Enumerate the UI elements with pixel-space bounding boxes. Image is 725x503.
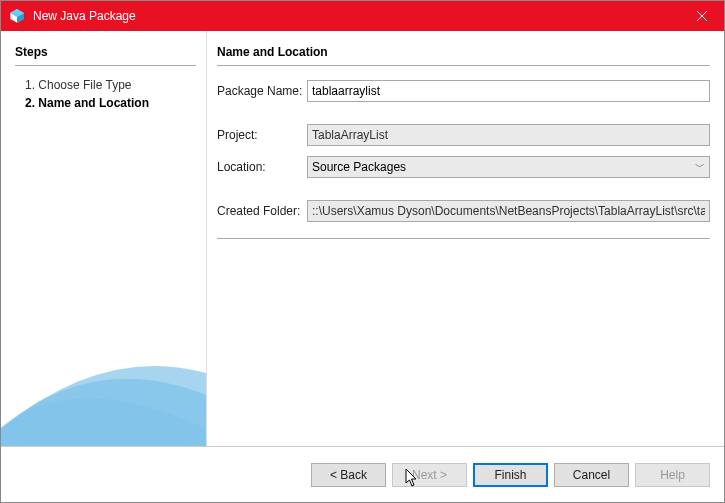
location-label: Location: <box>217 160 307 174</box>
chevron-down-icon: ﹀ <box>695 160 705 174</box>
back-button[interactable]: < Back <box>311 463 386 487</box>
finish-button[interactable]: Finish <box>473 463 548 487</box>
form-heading: Name and Location <box>217 45 710 59</box>
next-button: Next > <box>392 463 467 487</box>
wizard-background-art <box>1 296 206 446</box>
close-button[interactable] <box>679 1 724 31</box>
project-label: Project: <box>217 128 307 142</box>
created-folder-label: Created Folder: <box>217 204 307 218</box>
step-item-current: Name and Location <box>15 94 196 112</box>
button-bar: < Back Next > Finish Cancel Help <box>1 446 724 502</box>
project-input <box>307 124 710 146</box>
location-select[interactable]: Source Packages ﹀ <box>307 156 710 178</box>
package-name-input[interactable] <box>307 80 710 102</box>
form-panel: Name and Location Package Name: Project:… <box>206 31 724 446</box>
step-item: Choose File Type <box>15 76 196 94</box>
cancel-button[interactable]: Cancel <box>554 463 629 487</box>
steps-list: Choose File Type Name and Location <box>15 76 196 112</box>
title-bar: New Java Package <box>1 1 724 31</box>
steps-panel: Steps Choose File Type Name and Location <box>1 31 206 446</box>
app-icon <box>9 8 25 24</box>
created-folder-input <box>307 200 710 222</box>
location-select-value: Source Packages <box>312 160 406 174</box>
package-name-label: Package Name: <box>217 84 307 98</box>
window-title: New Java Package <box>33 9 679 23</box>
help-button: Help <box>635 463 710 487</box>
steps-heading: Steps <box>15 45 196 59</box>
